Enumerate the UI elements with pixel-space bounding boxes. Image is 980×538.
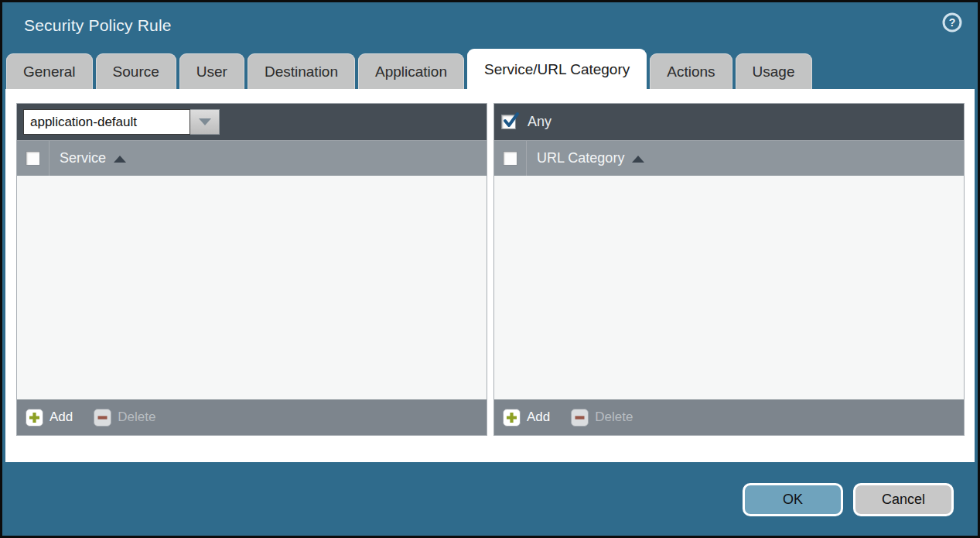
url-category-footer: Add Delete [494, 399, 964, 435]
service-delete-button[interactable]: Delete [94, 409, 155, 427]
url-category-add-button[interactable]: Add [503, 409, 550, 427]
tab-general[interactable]: General [6, 53, 93, 89]
ok-button[interactable]: OK [743, 483, 843, 516]
url-category-delete-button[interactable]: Delete [571, 409, 633, 427]
tab-destination[interactable]: Destination [248, 53, 355, 89]
tab-user[interactable]: User [179, 53, 244, 89]
tab-actions[interactable]: Actions [650, 53, 732, 89]
help-icon[interactable]: ? [941, 12, 963, 33]
delete-label: Delete [595, 409, 633, 425]
tab-application[interactable]: Application [358, 53, 464, 89]
tab-service-url-category[interactable]: Service/URL Category [467, 49, 647, 89]
sort-ascending-icon[interactable] [114, 156, 126, 163]
service-type-dropdown-button[interactable] [190, 109, 220, 135]
url-category-select-all-cell [494, 141, 526, 176]
service-add-button[interactable]: Add [26, 409, 73, 427]
plus-icon [26, 409, 43, 427]
plus-icon [503, 409, 521, 427]
tab-usage[interactable]: Usage [736, 53, 812, 89]
minus-icon [94, 409, 111, 427]
sort-ascending-icon[interactable] [632, 156, 644, 163]
header-divider [526, 141, 527, 176]
title-bar: Security Policy Rule ? [2, 2, 978, 48]
dialog-title: Security Policy Rule [2, 2, 978, 35]
chevron-down-icon [199, 118, 211, 125]
security-policy-rule-dialog: Security Policy Rule ? General Source Us… [0, 0, 980, 538]
service-column-header: Service [17, 140, 487, 176]
tab-strip: General Source User Destination Applicat… [2, 48, 978, 89]
url-category-select-all-checkbox[interactable] [503, 151, 517, 166]
service-list[interactable] [17, 176, 487, 399]
header-divider [49, 141, 50, 176]
any-label: Any [528, 114, 551, 130]
delete-label: Delete [118, 409, 155, 425]
service-toolbar [17, 104, 487, 140]
minus-icon [571, 409, 589, 427]
dialog-actions: OK Cancel [2, 462, 978, 516]
add-label: Add [527, 409, 550, 425]
checkmark-icon [503, 111, 520, 130]
tab-source[interactable]: Source [96, 53, 176, 89]
service-column-label[interactable]: Service [60, 150, 106, 166]
service-select-all-cell [17, 141, 49, 176]
service-type-input[interactable] [23, 109, 190, 135]
service-select-all-checkbox[interactable] [26, 151, 40, 166]
tab-content: Service Add Delete [5, 89, 975, 462]
cancel-button[interactable]: Cancel [853, 483, 954, 516]
service-footer: Add Delete [17, 399, 487, 435]
url-category-list[interactable] [494, 176, 964, 399]
url-category-toolbar: Any [494, 104, 964, 140]
add-label: Add [50, 409, 73, 425]
service-panel: Service Add Delete [16, 103, 487, 436]
svg-text:?: ? [949, 16, 956, 29]
url-category-column-header: URL Category [494, 140, 964, 176]
url-category-column-label[interactable]: URL Category [537, 150, 624, 166]
url-category-panel: Any URL Category Add [493, 103, 965, 436]
any-checkbox[interactable] [501, 115, 516, 129]
